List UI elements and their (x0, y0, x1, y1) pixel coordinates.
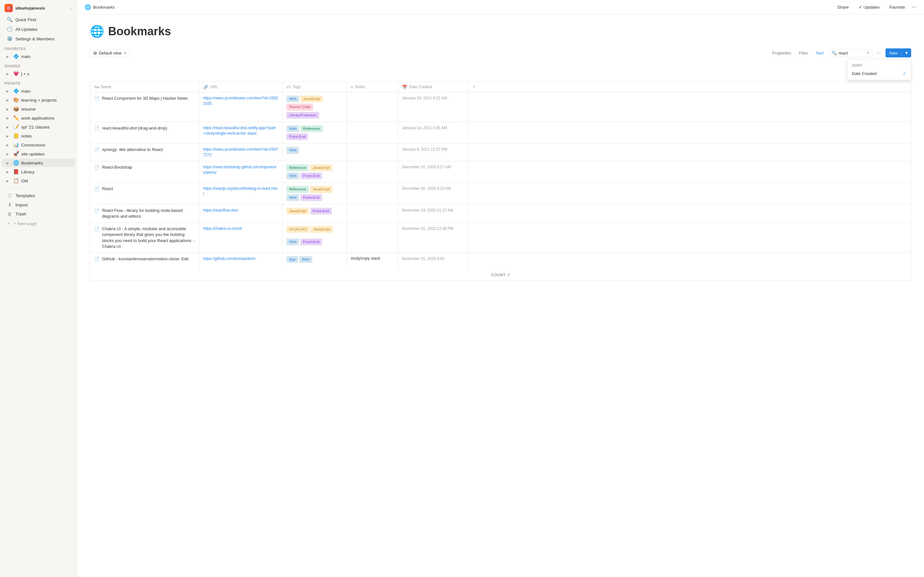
column-header-name[interactable]: Aa Name (90, 82, 199, 92)
column-header-add[interactable]: + (469, 82, 478, 92)
column-header-date[interactable]: 📅 Date Created (398, 82, 469, 92)
tag-badge[interactable]: Reference (286, 164, 309, 171)
page-title: Bookmarks (108, 25, 171, 38)
new-page-button[interactable]: ＋ + New page (2, 219, 75, 228)
tag-badge[interactable]: Source Code (286, 103, 313, 110)
table-row[interactable]: 📄React Component for 3D Maps | Hacker Ne… (90, 92, 911, 122)
tag-badge[interactable]: JavaScript (310, 226, 333, 233)
tag-badge[interactable]: Library/Framewc (286, 112, 319, 119)
row-document-icon: 📄 (94, 126, 99, 131)
cell-notes (347, 143, 398, 161)
templates-icon: ⬡ (6, 193, 13, 198)
sidebar-item-main-private[interactable]: ▶ 💠 main (2, 87, 75, 95)
new-button[interactable]: New (885, 49, 901, 57)
cell-add (469, 183, 478, 204)
cell-date: November 15, 2020 8:03 (398, 253, 469, 269)
bookmarks-table: Aa Name 🔗 URL 🏷 Tags ≡ Notes 📅 Date (90, 81, 911, 281)
sidebar-item-trash[interactable]: 🗑 Trash (2, 210, 75, 218)
cell-notes: study/copy stack (347, 253, 398, 269)
sidebar-item-library[interactable]: ▶ 📕 Library (2, 168, 75, 176)
tag-badge[interactable]: App (286, 256, 298, 263)
tag-badge[interactable]: Web (286, 125, 299, 132)
text-icon: Aa (94, 84, 99, 89)
rocket-icon: 🚀 (13, 151, 19, 157)
tag-badge[interactable]: Front-End (300, 194, 322, 201)
sidebar-item-site-updates[interactable]: ▶ 🚀 site updates (2, 150, 75, 158)
cell-url: https://github.com/konstantinm (199, 253, 283, 269)
sidebar-item-connections[interactable]: ▶ 📊 Connections (2, 141, 75, 149)
table-row[interactable]: 📄Reacthttps://reactjs.org/docs/thinking-… (90, 183, 911, 205)
table-row[interactable]: 📄synergy: 4kb alternative to Reacthttps:… (90, 143, 911, 161)
tag-badge[interactable]: Web (286, 95, 299, 102)
table-row[interactable]: 📄Chakra UI - A simple, modular and acces… (90, 223, 911, 253)
cell-name: 📄React Component for 3D Maps | Hacker Ne… (90, 92, 199, 122)
column-header-tags[interactable]: 🏷 Tags (283, 82, 347, 92)
chevron-right-icon: ▶ (6, 107, 11, 111)
sidebar-item-notes[interactable]: ▶ 📒 notes (2, 132, 75, 140)
sidebar-item-settings[interactable]: ⚙️ Settings & Members (2, 34, 75, 43)
workspace-header[interactable]: 🎯 idkwhojamesis ⌄ (0, 0, 77, 15)
properties-button[interactable]: Properties (770, 49, 794, 57)
search-box[interactable]: 🔍 ✕ (829, 49, 872, 57)
tag-badge[interactable]: Front-End (310, 208, 332, 214)
row-url-text: https://github.com/konstantinm (203, 256, 255, 261)
sidebar-item-import[interactable]: ⬇ Import (2, 200, 75, 210)
sidebar-item-quick-find[interactable]: 🔍 Quick Find (2, 15, 75, 24)
tag-badge[interactable]: Web (299, 256, 312, 263)
section-label-shared: SHARED (0, 61, 77, 69)
view-selector[interactable]: ⊞ Default view ▼ (90, 49, 130, 57)
favorite-button[interactable]: Favorite (887, 3, 908, 11)
column-header-notes[interactable]: ≡ Notes (347, 82, 398, 92)
sidebar-item-work-applications[interactable]: ▶ ✏️ work applications (2, 114, 75, 122)
tag-badge[interactable]: JavaScript (310, 186, 333, 193)
sidebar-item-resume[interactable]: ▶ 📦 resume (2, 105, 75, 113)
tag-badge[interactable]: Front-End (300, 172, 322, 179)
tag-badge[interactable]: Web (286, 147, 299, 153)
column-header-url[interactable]: 🔗 URL (199, 82, 283, 92)
table-row[interactable]: 📄react-beautiful-dnd (drag-and-drop)http… (90, 122, 911, 144)
tag-badge[interactable]: UI-UX-HCI (286, 226, 309, 233)
sort-option-date-created[interactable]: Date Created ✓ (847, 69, 911, 78)
sort-button[interactable]: Sort (813, 49, 826, 57)
tag-badge[interactable]: Reference (300, 125, 322, 132)
updates-button[interactable]: ✓ Updates (856, 3, 882, 11)
sidebar-item-spr21[interactable]: ▶ 📝 spr '21 classes (2, 123, 75, 131)
tag-badge[interactable]: Web (286, 172, 299, 179)
table-row[interactable]: 📄GitHub - konstantinmuenster/notion-clon… (90, 253, 911, 269)
search-clear-button[interactable]: ✕ (866, 51, 869, 55)
search-input[interactable] (838, 51, 864, 55)
toolbar-more-button[interactable]: ··· (875, 49, 883, 57)
cell-name: 📄Chakra UI - A simple, modular and acces… (90, 223, 199, 253)
page-header: 🌐 Bookmarks (90, 25, 911, 38)
sidebar-item-j-plus-s[interactable]: ▶ 💗 j + s (2, 69, 75, 78)
chevron-right-icon: ▶ (6, 125, 11, 129)
row-document-icon: 📄 (94, 147, 99, 152)
notepad-icon: 📝 (13, 124, 19, 130)
sidebar-item-learning[interactable]: ▶ 🎨 learning + projects (2, 96, 75, 104)
sidebar-item-bookmarks[interactable]: ▶ 🌐 Bookmarks (2, 159, 75, 167)
row-url-text: https://news.ycombinator.com/item?id=258… (203, 95, 278, 106)
tag-badge[interactable]: Front-End (286, 133, 308, 140)
sidebar-item-main-fav[interactable]: ▶ 💠 main (2, 52, 75, 61)
table-row[interactable]: 📄React-Bootstraphttps://react-bootstrap.… (90, 161, 911, 183)
row-name-text: React (102, 186, 113, 192)
table-row[interactable]: 📄React Flow - library for building node-… (90, 205, 911, 223)
tag-badge[interactable]: JavaScript (310, 164, 333, 171)
sidebar-item-old[interactable]: ▶ 📋 Old (2, 177, 75, 185)
sidebar-item-all-updates[interactable]: 🕐 All Updates (2, 25, 75, 34)
tag-badge[interactable]: Web (286, 194, 299, 201)
sidebar-item-label: work applications (21, 116, 70, 121)
tag-badge[interactable]: Web (286, 239, 299, 245)
tag-badge[interactable]: JavaScript (300, 95, 323, 102)
main-content: 🌐 Bookmarks Share ✓ Updates Favorite ···… (77, 0, 924, 577)
new-button-chevron[interactable]: ▼ (902, 49, 911, 57)
cell-url: https://react-beautiful-dnd.netlify.app/… (199, 122, 283, 143)
share-button[interactable]: Share (835, 3, 851, 11)
sidebar-item-templates[interactable]: ⬡ Templates (2, 191, 75, 200)
tag-badge[interactable]: Reference (286, 186, 309, 193)
tag-badge[interactable]: Front-End (300, 239, 322, 245)
tag-badge[interactable]: JavaScript (286, 208, 309, 214)
filter-button[interactable]: Filter (796, 49, 811, 57)
more-options-button[interactable]: ··· (912, 4, 916, 10)
sidebar: 🎯 idkwhojamesis ⌄ 🔍 Quick Find 🕐 All Upd… (0, 0, 77, 577)
